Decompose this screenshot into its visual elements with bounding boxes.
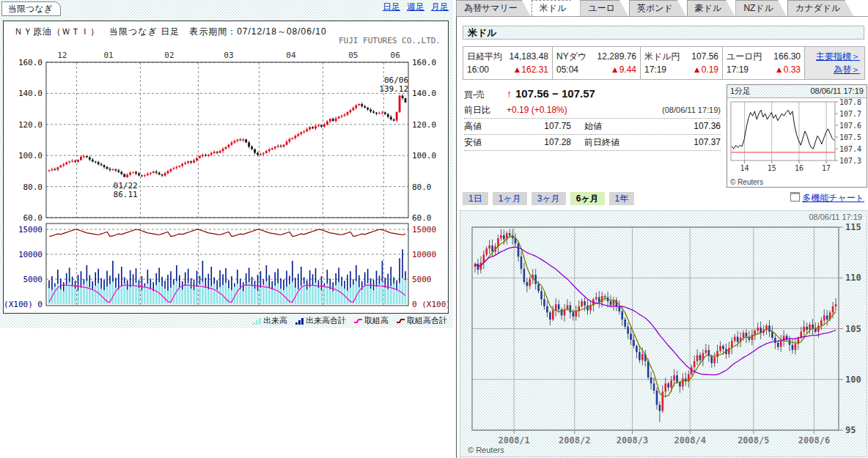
svg-text:100: 100 xyxy=(845,374,861,385)
svg-text:107.6: 107.6 xyxy=(839,122,861,130)
svg-text:107.5: 107.5 xyxy=(839,133,861,141)
svg-text:01: 01 xyxy=(103,51,113,60)
one-minute-chart-box: 1分足 08/06/11 17:19 14151617107.8107.7107… xyxy=(727,84,867,188)
tab-カナダドル[interactable]: カナダドル xyxy=(787,0,853,16)
indicator-link-0[interactable]: 主要指標＞ xyxy=(805,50,860,63)
indicator-value: 14,183.48 xyxy=(510,50,548,63)
range-button-1ヶ月[interactable]: 1ヶ月 xyxy=(493,192,527,205)
multi-chart-link[interactable]: 多機能チャート xyxy=(802,193,864,203)
indicator-link-1[interactable]: 為替＞ xyxy=(805,63,860,76)
open-interest-legend-icon xyxy=(353,316,363,325)
high-value: 107.75 xyxy=(507,119,571,134)
svg-text:107.8: 107.8 xyxy=(839,98,861,106)
pair-heading: 米ドル xyxy=(463,26,864,40)
trading-screen: 当限つなぎ 日足週足月足 ＮＹ原油（ＷＴＩ） 当限つなぎ 日足 表示期間：07/… xyxy=(0,0,868,458)
high-label: 高値 xyxy=(464,119,507,134)
svg-text:17: 17 xyxy=(822,164,831,172)
svg-text:80.0: 80.0 xyxy=(23,182,43,192)
svg-text:160.0: 160.0 xyxy=(18,58,43,67)
wti-chart-legend: 出来高出来高合計取組高取組高合計 xyxy=(3,315,447,326)
svg-text:95: 95 xyxy=(845,425,856,435)
usdjpy-chart-area: 08/06/11 17:19 115110105100952008/12008/… xyxy=(460,210,867,457)
svg-text:80.0: 80.0 xyxy=(412,182,432,192)
indicator-links: 主要指標＞為替＞ xyxy=(805,47,864,79)
bid-ask-label: 買-売 xyxy=(464,87,507,103)
svg-text:107.7: 107.7 xyxy=(839,110,861,118)
legend-volume-total: 出来高合計 xyxy=(295,315,346,326)
svg-text:107.3: 107.3 xyxy=(839,157,861,165)
svg-text:110: 110 xyxy=(845,273,861,283)
svg-text:2008/3: 2008/3 xyxy=(617,435,648,446)
indicator-value: 12,289.76 xyxy=(597,50,636,63)
indicator-time: 16:00 xyxy=(467,63,489,76)
svg-text:5000: 5000 xyxy=(23,275,43,284)
indicator-NYダウ: NYダウ12,289.7605:04▲9.44 xyxy=(553,47,641,79)
svg-text:140.0: 140.0 xyxy=(18,89,43,98)
svg-text:06: 06 xyxy=(391,51,400,60)
period-link-1[interactable]: 週足 xyxy=(407,1,424,12)
wti-chart-box: ＮＹ原油（ＷＴＩ） 当限つなぎ 日足 表示期間：07/12/18～08/06/1… xyxy=(3,21,449,314)
reuters-credit: © Reuters xyxy=(468,446,504,454)
svg-text:04: 04 xyxy=(286,51,296,60)
legend-open-interest-total: 取組高合計 xyxy=(396,315,447,326)
svg-text:105: 105 xyxy=(845,324,861,334)
indicator-change: ▲162.31 xyxy=(512,63,548,76)
wti-chart-panel: 当限つなぎ 日足週足月足 ＮＹ原油（ＷＴＩ） 当限つなぎ 日足 表示期間：07/… xyxy=(0,0,455,458)
svg-text:16: 16 xyxy=(795,164,803,172)
indicator-name: 日経平均 xyxy=(467,50,502,63)
tab-為替サマリー[interactable]: 為替サマリー xyxy=(456,0,531,16)
svg-text:115: 115 xyxy=(845,222,861,232)
svg-text:15000: 15000 xyxy=(412,225,436,234)
usdjpy-chart-time: 08/06/11 17:19 xyxy=(809,213,862,221)
indicator-time: 17:19 xyxy=(644,63,666,76)
range-button-1日[interactable]: 1日 xyxy=(463,192,488,205)
forex-panel: 為替サマリー米ドルユーロ英ポンド豪ドルNZドルカナダドル 米ドル 日経平均14,… xyxy=(456,0,868,458)
reuters-credit: © Reuters xyxy=(730,178,763,186)
tab-米ドル[interactable]: 米ドル xyxy=(532,0,580,16)
volume-legend-icon xyxy=(252,316,262,325)
indicator-米ドル円: 米ドル円107.5617:19▲0.19 xyxy=(641,47,723,79)
svg-text:86.11: 86.11 xyxy=(114,190,138,199)
svg-text:100.0: 100.0 xyxy=(412,151,436,160)
period-link-0[interactable]: 日足 xyxy=(383,1,400,12)
multi-chart-icon xyxy=(790,192,800,202)
svg-text:107.4: 107.4 xyxy=(839,145,861,153)
forex-tab-bar: 為替サマリー米ドルユーロ英ポンド豪ドルNZドルカナダドル xyxy=(456,0,868,16)
open-value: 107.36 xyxy=(694,119,721,134)
indicator-time: 05:04 xyxy=(556,63,578,76)
svg-text:2008/5: 2008/5 xyxy=(738,435,769,446)
volume-total-legend-icon xyxy=(295,316,304,325)
usdjpy-candlestick-chart: 115110105100952008/12008/22008/32008/420… xyxy=(460,211,865,455)
open-interest-total-legend-icon xyxy=(396,316,405,325)
prev-close-value: 107.37 xyxy=(694,135,721,150)
change-value: +0.19 (+0.18%) xyxy=(507,103,567,118)
svg-text:0 (X100): 0 (X100) xyxy=(412,300,448,309)
indicator-change: ▲0.19 xyxy=(693,63,718,76)
period-link-2[interactable]: 月足 xyxy=(431,1,449,12)
chart-period-links: 日足週足月足 xyxy=(376,1,449,13)
svg-text:2008/6: 2008/6 xyxy=(798,435,830,446)
tab-tougen-tsunagi[interactable]: 当限つなぎ xyxy=(1,1,61,16)
tab-ユーロ[interactable]: ユーロ xyxy=(580,0,628,16)
tab-英ポンド[interactable]: 英ポンド xyxy=(629,0,686,16)
indicator-change: ▲0.33 xyxy=(775,63,801,76)
svg-text:5000: 5000 xyxy=(412,275,432,284)
svg-text:140.0: 140.0 xyxy=(412,89,436,98)
indicator-name: 米ドル円 xyxy=(644,50,680,63)
svg-text:2008/4: 2008/4 xyxy=(674,435,706,446)
range-button-6ヶ月[interactable]: 6ヶ月 xyxy=(570,192,605,205)
tab-豪ドル[interactable]: 豪ドル xyxy=(687,0,735,16)
svg-text:03: 03 xyxy=(224,51,233,60)
range-button-1年[interactable]: 1年 xyxy=(609,192,635,205)
svg-text:15000: 15000 xyxy=(18,225,43,234)
one-minute-chart-title: 1分足 xyxy=(730,85,751,97)
svg-text:139.12: 139.12 xyxy=(379,84,408,94)
svg-text:60.0: 60.0 xyxy=(412,213,432,223)
svg-text:05: 05 xyxy=(348,51,358,60)
svg-text:2008/2: 2008/2 xyxy=(559,435,590,446)
tab-NZドル[interactable]: NZドル xyxy=(735,0,787,16)
market-indicator-bar: 日経平均14,183.4816:00▲162.31NYダウ12,289.7605… xyxy=(463,46,865,80)
svg-text:02: 02 xyxy=(164,51,174,60)
quote-panel: 買-売 ↑ 107.56 − 107.57 前日比 +0.19 (+0.18%)… xyxy=(464,86,721,151)
range-button-3ヶ月[interactable]: 3ヶ月 xyxy=(532,192,566,205)
